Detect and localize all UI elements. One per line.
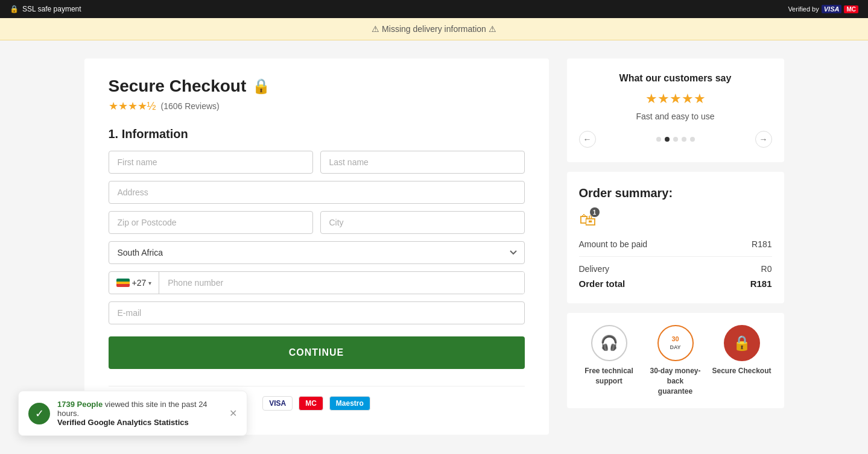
last-name-input[interactable] [320, 151, 525, 174]
trust-item-money-back: 30DAY 30-day money-back guarantee [645, 325, 706, 396]
toast-people-count: 1739 People [57, 400, 103, 409]
amount-line: Amount to be paid R181 [579, 239, 772, 249]
verified-badge: Verified by VISA MC [788, 5, 858, 13]
delivery-value: R0 [761, 264, 772, 274]
trust-badges: 🎧 Free technical support 30DAY 30-day mo… [567, 313, 784, 408]
toast-shield-icon: ✓ [28, 403, 50, 424]
page-title: Secure Checkout 🔒 [109, 77, 525, 96]
toast-close-button[interactable]: ✕ [229, 408, 237, 419]
dot-3 [673, 137, 678, 142]
zip-city-row [109, 211, 525, 234]
visa-icon: VISA [822, 5, 842, 13]
country-select[interactable]: South Africa [109, 241, 525, 264]
cart-count-badge: 1 [590, 207, 600, 217]
phone-input[interactable] [159, 272, 524, 294]
rating-row: ★★★★½ (1606 Reviews) [109, 99, 525, 113]
total-line: Order total R181 [579, 279, 772, 289]
dot-4 [682, 137, 686, 142]
review-card-title: What our customers say [579, 73, 772, 84]
city-input[interactable] [320, 211, 525, 234]
amount-value: R181 [752, 239, 771, 249]
divider [109, 386, 525, 386]
right-panel: What our customers say ★★★★★ Fast and ea… [567, 58, 784, 435]
flag-south-africa-icon [116, 279, 130, 287]
total-label: Order total [579, 279, 626, 289]
checkout-form-panel: Secure Checkout 🔒 ★★★★½ (1606 Reviews) 1… [84, 58, 549, 435]
review-stars: ★★★★★ [579, 91, 772, 107]
toast-notification: ✓ 1739 People viewed this site in the pa… [18, 391, 247, 436]
top-bar: 🔒 SSL safe payment Verified by VISA MC [0, 0, 868, 18]
zip-input[interactable] [109, 211, 313, 234]
support-icon: 🎧 [591, 325, 627, 361]
lock-icon: 🔒 [10, 5, 19, 13]
chevron-down-icon: ▾ [148, 280, 151, 286]
secure-lock-icon: 🔒 [252, 78, 270, 95]
total-value: R181 [750, 279, 772, 289]
mastercard-badge: MC [299, 396, 323, 411]
phone-row: +27 ▾ [109, 271, 525, 294]
review-text: Fast and easy to use [579, 112, 772, 121]
warning-banner: ⚠ Missing delivery information ⚠ [0, 18, 868, 40]
review-nav: ← → [579, 131, 772, 148]
maestro-badge: Maestro [329, 396, 370, 411]
amount-label: Amount to be paid [579, 239, 648, 249]
order-title: Order summary: [579, 186, 772, 200]
order-summary-card: Order summary: 🛍 1 Amount to be paid R18… [567, 172, 784, 303]
secure-checkout-label: Secure Checkout [712, 366, 771, 376]
dot-2 [665, 137, 670, 142]
secure-checkout-icon: 🔒 [724, 325, 760, 361]
rating-stars: ★★★★½ [109, 99, 156, 113]
prev-review-button[interactable]: ← [579, 131, 596, 148]
trust-item-secure: 🔒 Secure Checkout [712, 325, 772, 376]
visa-badge: VISA [262, 396, 293, 411]
dot-1 [656, 137, 661, 142]
money-back-label: 30-day money-back guarantee [645, 366, 706, 396]
email-row [109, 301, 525, 324]
address-row [109, 181, 525, 204]
next-review-button[interactable]: → [755, 131, 772, 148]
support-label: Free technical support [584, 366, 633, 386]
delivery-line: Delivery R0 [579, 264, 772, 274]
address-input[interactable] [109, 181, 525, 204]
trust-item-support: 🎧 Free technical support [579, 325, 639, 386]
toast-verified-label: Verified Google Analytics Statistics [57, 418, 189, 427]
continue-button[interactable]: CONTINUE [109, 336, 525, 369]
dot-5 [690, 137, 695, 142]
mc-icon: MC [844, 5, 858, 13]
cart-row: 🛍 1 [579, 210, 772, 230]
money-back-icon: 30DAY [657, 325, 694, 361]
country-row: South Africa [109, 241, 525, 264]
first-name-input[interactable] [109, 151, 313, 174]
section-title: 1. Information [109, 127, 525, 141]
email-input[interactable] [109, 301, 525, 324]
review-dots [656, 137, 695, 142]
cart-icon-wrap: 🛍 1 [579, 210, 596, 230]
review-card: What our customers say ★★★★★ Fast and ea… [567, 58, 784, 162]
delivery-label: Delivery [579, 264, 610, 274]
phone-prefix[interactable]: +27 ▾ [109, 272, 160, 294]
ssl-label: 🔒 SSL safe payment [10, 5, 81, 13]
order-divider [579, 256, 772, 257]
name-row [109, 151, 525, 174]
toast-text: 1739 People viewed this site in the past… [57, 400, 222, 427]
